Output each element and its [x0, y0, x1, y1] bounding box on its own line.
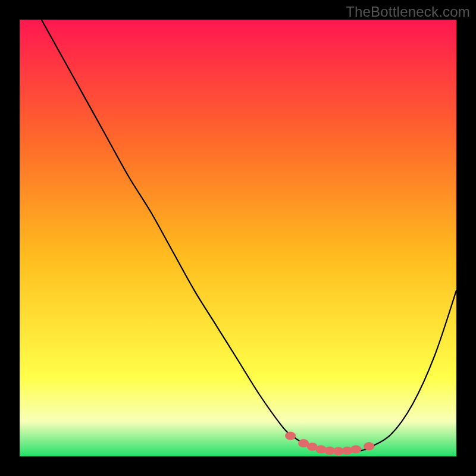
optimal-marker	[350, 445, 361, 453]
optimal-marker	[285, 432, 296, 440]
chart-frame: TheBottleneck.com	[0, 0, 476, 476]
optimal-marker	[364, 442, 374, 450]
bottleneck-curve	[42, 20, 456, 452]
watermark-text: TheBottleneck.com	[346, 4, 470, 20]
curve-layer	[20, 20, 456, 456]
bottleneck-chart	[20, 20, 456, 456]
